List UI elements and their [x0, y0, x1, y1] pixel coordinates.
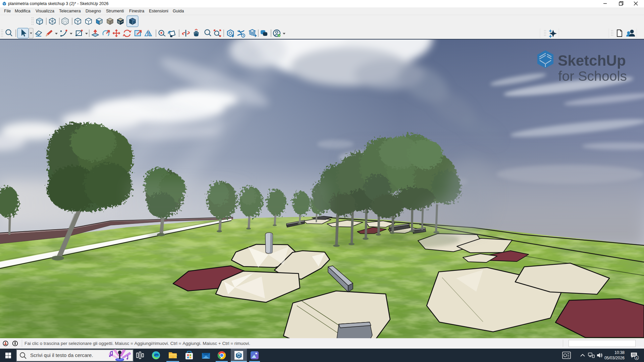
svg-text:SketchUp: SketchUp — [558, 52, 626, 69]
svg-text:4: 4 — [636, 356, 637, 360]
svg-text:for Schools: for Schools — [558, 68, 627, 84]
